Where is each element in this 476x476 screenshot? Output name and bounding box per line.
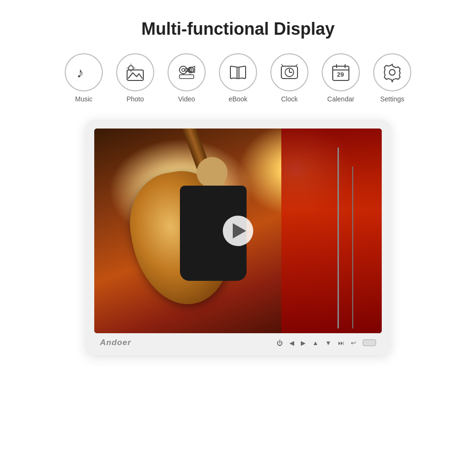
play-button[interactable]: ▶ [301, 339, 306, 347]
features-row: ♪ Music Photo [65, 53, 411, 103]
calendar-icon: 29 [331, 62, 351, 82]
repeat-button[interactable]: ↩ [351, 339, 356, 347]
music-icon: ♪ [74, 62, 94, 82]
svg-rect-11 [179, 75, 194, 79]
scene-mic-stand-1 [337, 148, 339, 328]
svg-text:♪: ♪ [77, 65, 84, 80]
clock-label: Clock [281, 95, 298, 103]
brand-name: Andoer [100, 338, 277, 347]
page-title: Multi-functional Display [141, 19, 335, 39]
svg-line-22 [281, 64, 283, 66]
up-button[interactable]: ▲ [312, 339, 318, 347]
video-icon-circle [168, 53, 206, 91]
prev-button[interactable]: ◀ [289, 339, 294, 347]
power-button[interactable]: ⏻ [277, 339, 283, 347]
feature-music: ♪ Music [65, 53, 103, 103]
settings-icon [382, 62, 402, 82]
down-button[interactable]: ▼ [325, 339, 331, 347]
calendar-icon-circle: 29 [322, 53, 360, 91]
ebook-label: eBook [228, 95, 248, 103]
frame-screen [94, 129, 382, 333]
svg-point-8 [182, 69, 185, 71]
feature-clock: Clock [270, 53, 308, 103]
play-triangle-icon [233, 223, 246, 238]
svg-point-10 [190, 69, 192, 71]
feature-calendar: 29 Calendar [322, 53, 360, 103]
svg-text:29: 29 [337, 71, 344, 78]
photo-label: Photo [127, 95, 144, 103]
feature-settings: Settings [373, 53, 411, 103]
svg-point-29 [389, 69, 395, 75]
digital-frame: Andoer ⏻ ◀ ▶ ▲ ▼ ⏭ ↩ [86, 120, 390, 355]
photo-icon [125, 62, 145, 82]
ebook-icon-circle [219, 53, 257, 91]
settings-icon-circle [373, 53, 411, 91]
scene-mic-stand-2 [352, 167, 353, 328]
photo-icon-circle [116, 53, 154, 91]
feature-ebook: eBook [219, 53, 257, 103]
ebook-icon [228, 62, 248, 82]
svg-line-23 [296, 64, 298, 66]
scene-person-head [197, 157, 228, 188]
rect-button[interactable] [363, 339, 376, 346]
controls-row: ⏻ ◀ ▶ ▲ ▼ ⏭ ↩ [277, 339, 376, 347]
svg-point-7 [179, 66, 187, 74]
video-icon [177, 62, 197, 82]
play-button-overlay[interactable] [223, 216, 253, 246]
scene-red-curtain [281, 129, 382, 333]
music-icon-circle: ♪ [65, 53, 103, 91]
calendar-label: Calendar [327, 95, 355, 103]
feature-video: Video [168, 53, 206, 103]
clock-icon-circle [270, 53, 308, 91]
video-label: Video [178, 95, 195, 103]
feature-photo: Photo [116, 53, 154, 103]
frame-bottom-bar: Andoer ⏻ ◀ ▶ ▲ ▼ ⏭ ↩ [94, 333, 382, 348]
music-label: Music [75, 95, 93, 103]
settings-label: Settings [380, 95, 405, 103]
next-end-button[interactable]: ⏭ [338, 339, 344, 347]
clock-icon [279, 62, 299, 82]
